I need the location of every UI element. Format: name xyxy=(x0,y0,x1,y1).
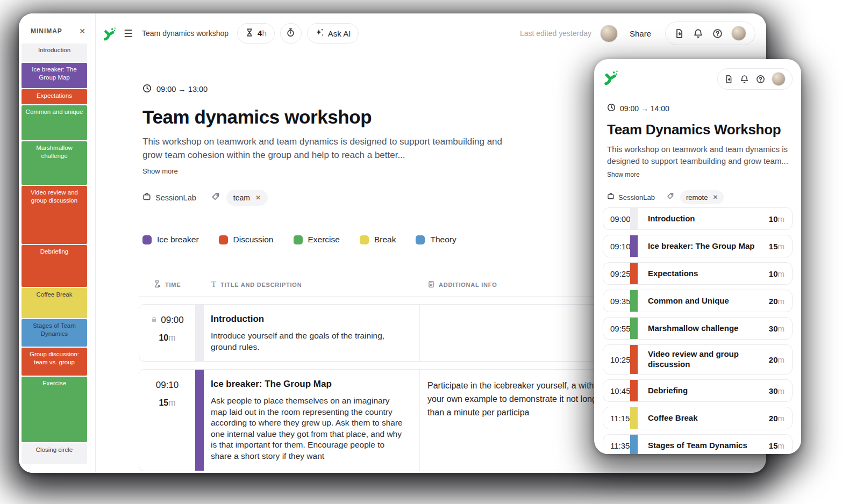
workspace-tag-row: SessionLab remote ✕ xyxy=(603,190,793,204)
item-color-strip xyxy=(630,435,638,454)
legend-theory: Theory xyxy=(416,235,456,244)
card-icon-group xyxy=(717,68,793,90)
legend-chip-theory xyxy=(416,235,425,244)
legend-chip-ice-breaker xyxy=(142,235,152,244)
sessionlab-logo-icon xyxy=(603,69,617,84)
minimap-block-video-review[interactable]: Video review and group discussion xyxy=(22,186,87,244)
item-color-strip xyxy=(630,208,638,229)
menu-icon[interactable]: ☰ xyxy=(124,27,133,40)
notifications-bell-icon[interactable] xyxy=(693,28,703,39)
help-icon[interactable] xyxy=(712,28,723,39)
notifications-bell-icon[interactable] xyxy=(740,75,749,84)
minimap-block-stages[interactable]: Stages of Team Dynamics xyxy=(22,319,87,347)
user-avatar[interactable] xyxy=(731,26,746,41)
share-button[interactable]: Share xyxy=(630,29,651,38)
hourglass-icon xyxy=(245,28,254,39)
legend-discussion: Discussion xyxy=(219,235,274,244)
list-item-ice-breaker[interactable]: 09:10 Ice breaker: The Group Map 15m xyxy=(603,235,793,257)
minimap-sidebar: MINIMAP ✕ Introduction Ice breaker: The … xyxy=(19,13,96,473)
minimap-block-debriefing[interactable]: Debriefing xyxy=(22,245,87,287)
legend-exercise: Exercise xyxy=(294,235,340,244)
session-time-cell[interactable]: 09:10 15m xyxy=(139,370,195,471)
legend-chip-discussion xyxy=(219,235,228,244)
compact-schedule-card: 09:00 → 14:00 Team Dynamics Workshop Thi… xyxy=(594,59,801,454)
minimap-block-marshmallow[interactable]: Marshmallow challenge xyxy=(22,141,87,185)
toolbar: ☰ Team dynamics workshop 4h xyxy=(96,13,766,53)
clock-icon xyxy=(607,103,616,113)
item-color-strip xyxy=(630,318,638,339)
minimap-block-exercise[interactable]: Exercise xyxy=(22,377,87,442)
legend-break: Break xyxy=(360,235,396,244)
toolbar-icon-group xyxy=(665,21,755,45)
minimap-block-expectations[interactable]: Expectations xyxy=(22,89,87,104)
session-description: Ask people to place themselves on an ima… xyxy=(211,395,406,462)
card-title: Team Dynamics Workshop xyxy=(607,121,788,138)
help-icon[interactable] xyxy=(756,75,765,84)
session-title-desc: Introduction Introduce yourself and the … xyxy=(204,305,420,361)
session-time-range: 09:00 → 14:00 xyxy=(607,103,788,113)
ask-ai-button[interactable]: Ask AI xyxy=(307,23,359,44)
item-color-strip xyxy=(630,235,638,257)
workspace-name[interactable]: SessionLab xyxy=(618,193,655,201)
session-duration-button[interactable]: 4h xyxy=(237,23,275,44)
remove-tag-icon[interactable]: ✕ xyxy=(712,193,718,201)
list-item-coffee-break[interactable]: 11:15 Coffee Break 20m xyxy=(603,407,793,429)
column-header-info: ADDITIONAL INFO xyxy=(427,280,497,289)
remove-tag-icon[interactable]: ✕ xyxy=(255,194,261,201)
column-header-title: T TITLE AND DESCRIPTION xyxy=(211,280,427,289)
list-item-stages[interactable]: 11:35 Stages of Team Dynamics 15m xyxy=(603,434,793,454)
user-avatar[interactable] xyxy=(772,72,786,86)
card-description: This workshop on teamwork and team dynam… xyxy=(607,143,788,167)
session-duration[interactable]: 10m xyxy=(159,333,175,343)
text-column-icon: T xyxy=(211,280,217,289)
workspace-name[interactable]: SessionLab xyxy=(155,193,196,202)
stopwatch-icon xyxy=(286,28,295,39)
session-time-cell[interactable]: 09:00 10m xyxy=(139,305,195,361)
minimap-block-common-and-unique[interactable]: Common and unique xyxy=(22,105,87,140)
tag-chip-team[interactable]: team ✕ xyxy=(226,190,268,206)
compact-schedule-list: 09:00 Introduction 10m 09:10 Ice breaker… xyxy=(603,207,793,454)
clock-icon xyxy=(142,84,152,95)
sessionlab-logo-icon xyxy=(102,26,117,41)
toolbar-doc-title: Team dynamics workshop xyxy=(142,29,229,38)
list-item-marshmallow[interactable]: 09:55 Marshmallow challenge 30m xyxy=(603,317,793,340)
session-title-desc: Ice breaker: The Group Map Ask people to… xyxy=(204,370,420,471)
minimap-block-introduction[interactable]: Introduction xyxy=(22,44,87,62)
export-document-icon[interactable] xyxy=(674,28,684,39)
legend-chip-break xyxy=(360,235,369,244)
notes-column-icon xyxy=(427,280,435,289)
item-color-strip xyxy=(630,345,638,374)
minimap-title: MINIMAP xyxy=(31,27,62,35)
toolbar-right: Last edited yesterday Share xyxy=(520,21,755,45)
minimap-header: MINIMAP ✕ xyxy=(19,13,95,44)
session-duration[interactable]: 15m xyxy=(159,398,175,408)
minimap-blocks: Introduction Ice breaker: The Group Map … xyxy=(19,44,95,464)
time-column-icon xyxy=(153,280,161,289)
item-color-strip xyxy=(630,290,638,312)
session-color-strip xyxy=(195,305,204,361)
last-edited-label: Last edited yesterday xyxy=(520,29,591,38)
session-color-strip xyxy=(195,370,204,471)
export-document-icon[interactable] xyxy=(724,75,733,84)
list-item-expectations[interactable]: 09:25 Expectations 10m xyxy=(603,262,793,285)
minimap-block-coffee-break[interactable]: Coffee Break xyxy=(22,288,87,318)
minimap-block-group-discussion[interactable]: Group discussion: team vs. group xyxy=(22,348,87,376)
close-icon[interactable]: ✕ xyxy=(79,27,85,35)
item-color-strip xyxy=(630,407,638,429)
show-more-link[interactable]: Show more xyxy=(607,171,640,178)
list-item-introduction[interactable]: 09:00 Introduction 10m xyxy=(603,207,793,230)
list-item-debriefing[interactable]: 10:45 Debriefing 30m xyxy=(603,379,793,402)
collaborator-avatar[interactable] xyxy=(600,25,618,42)
show-more-link[interactable]: Show more xyxy=(142,167,178,175)
lock-icon xyxy=(151,315,158,326)
minimap-block-closing-circle[interactable]: Closing circle xyxy=(22,443,87,464)
list-item-video-review[interactable]: 10:25 Video review and group discussion … xyxy=(603,344,793,375)
timer-button[interactable] xyxy=(280,23,302,44)
tag-icon xyxy=(667,192,674,202)
minimap-block-ice-breaker[interactable]: Ice breaker: The Group Map xyxy=(22,63,87,88)
item-color-strip xyxy=(630,380,638,401)
session-title: Introduction xyxy=(211,314,406,325)
list-item-common-and-unique[interactable]: 09:35 Common and Unique 20m xyxy=(603,290,793,312)
tag-chip-remote[interactable]: remote ✕ xyxy=(680,190,724,204)
column-header-time: TIME xyxy=(153,280,211,289)
